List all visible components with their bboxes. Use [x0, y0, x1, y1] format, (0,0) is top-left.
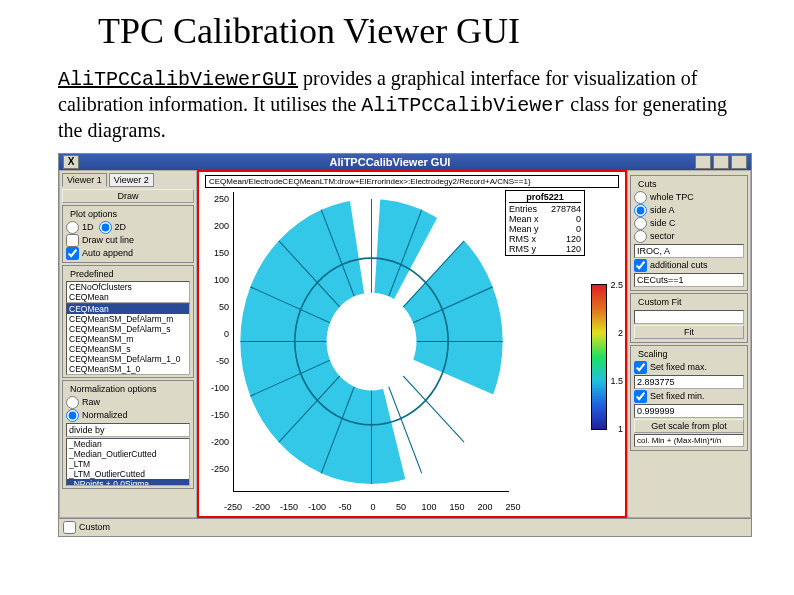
- titlebar[interactable]: X AliTPCCalibViewer GUI: [59, 154, 751, 170]
- normalization-group: Normalization options Raw Normalized div…: [62, 380, 194, 489]
- plot-options-group: Plot options ​1D ​2D Draw cut line Auto …: [62, 205, 194, 263]
- cb-setmax[interactable]: Set fixed max.: [634, 361, 744, 374]
- customfit-group: Custom Fit Fit: [630, 293, 748, 343]
- radio-1d[interactable]: ​1D ​2D: [66, 221, 190, 234]
- footer: Custom: [59, 518, 751, 536]
- sector-field[interactable]: IROC, A: [634, 244, 744, 258]
- radio-sideA[interactable]: side A: [634, 204, 744, 217]
- fit-button[interactable]: Fit: [634, 325, 744, 339]
- page-title: TPC Calibration Viewer GUI: [98, 10, 744, 52]
- maximize-icon[interactable]: [713, 155, 729, 169]
- predef-list[interactable]: CEQMean CEQMeanSM_DefAlarm_m CEQMeanSM_D…: [66, 303, 190, 375]
- minimize-icon[interactable]: [695, 155, 711, 169]
- predef-header[interactable]: CENoOfClusters CEQMean: [66, 281, 190, 303]
- formula-label: col. Min + (Max-Min)*i/n: [634, 434, 744, 447]
- axes: [233, 192, 509, 492]
- min-field[interactable]: 0.999999: [634, 404, 744, 418]
- cuts-group: Cuts whole TPC side A side C sector IROC…: [630, 175, 748, 291]
- plot-canvas[interactable]: CEQMean/ElectrodeCEQMeanLTM:drow+ElError…: [197, 170, 627, 518]
- addcuts-field[interactable]: CECuts==1: [634, 273, 744, 287]
- tpc-heatmap: [234, 192, 509, 491]
- plot-title-text: CEQMean/ElectrodeCEQMeanLTM:drow+ElError…: [205, 175, 619, 188]
- description: AliTPCCalibViewerGUI provides a graphica…: [58, 66, 744, 143]
- cb-cutline[interactable]: Draw cut line: [66, 234, 190, 247]
- scaling-group: Scaling Set fixed max. 2.893775 Set fixe…: [630, 345, 748, 451]
- norm-combo[interactable]: divide by: [66, 423, 190, 437]
- window-title: AliTPCCalibViewer GUI: [85, 156, 695, 168]
- fit-field[interactable]: [634, 310, 744, 324]
- getscale-button[interactable]: Get scale from plot: [634, 419, 744, 433]
- max-field[interactable]: 2.893775: [634, 375, 744, 389]
- radio-sideC[interactable]: side C: [634, 217, 744, 230]
- stats-box: prof5221 Entries278784 Mean x0 Mean y0 R…: [505, 190, 585, 256]
- radio-normalized[interactable]: Normalized: [66, 409, 190, 422]
- cb-setmin[interactable]: Set fixed min.: [634, 390, 744, 403]
- cb-autoappend[interactable]: Auto append: [66, 247, 190, 260]
- colorbar: [591, 284, 607, 430]
- left-panel: Viewer 1 Viewer 2 Draw Plot options ​1D …: [59, 170, 197, 518]
- app-window: X AliTPCCalibViewer GUI Viewer 1 Viewer …: [58, 153, 752, 537]
- cb-custom[interactable]: Custom: [63, 521, 747, 534]
- tab-viewer1[interactable]: Viewer 1: [62, 173, 107, 187]
- close-icon[interactable]: X: [63, 155, 79, 169]
- close-window-icon[interactable]: [731, 155, 747, 169]
- norm-list[interactable]: _Median _Median_OutlierCutted _LTM _LTM_…: [66, 438, 190, 486]
- cb-addcuts[interactable]: additional cuts: [634, 259, 744, 272]
- tab-viewer2[interactable]: Viewer 2: [109, 173, 154, 187]
- radio-raw[interactable]: Raw: [66, 396, 190, 409]
- right-panel: Cuts whole TPC side A side C sector IROC…: [627, 170, 751, 518]
- radio-sector[interactable]: sector: [634, 230, 744, 243]
- predefined-group: Predefined CENoOfClusters CEQMean CEQMea…: [62, 265, 194, 378]
- radio-whole[interactable]: whole TPC: [634, 191, 744, 204]
- draw-button[interactable]: Draw: [62, 189, 194, 203]
